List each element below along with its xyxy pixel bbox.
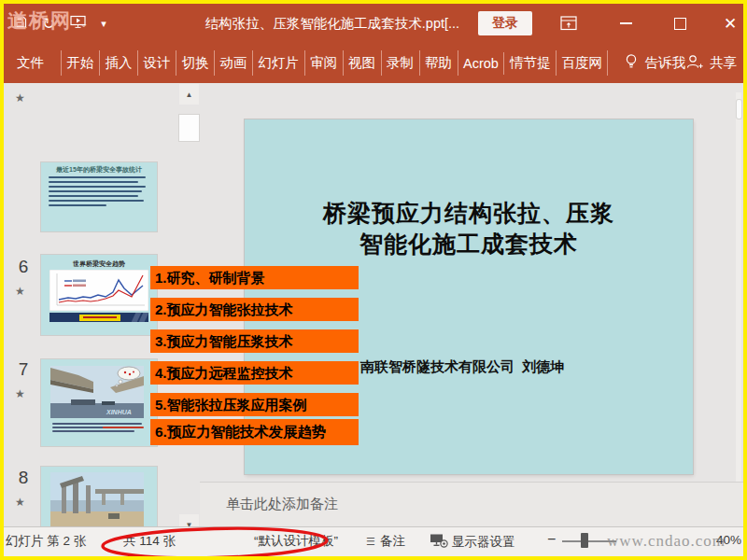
main-scrollbar[interactable] (736, 92, 741, 484)
bridge-construction-photo (50, 472, 144, 526)
title-bar: ↻ ▾ 结构张拉、压浆智能化施工成套技术.ppt[... 登录 ✕ (4, 4, 743, 43)
thumbnail-slide-8[interactable] (41, 467, 157, 526)
close-button[interactable]: ✕ (715, 4, 743, 43)
animation-star-icon: ★ (15, 387, 25, 400)
thumbnail-line-chart (49, 270, 148, 311)
display-settings-button[interactable]: 显示器设置 (430, 533, 515, 551)
slideshow-icon[interactable] (70, 15, 86, 33)
thumb5-title: 最近15年的桥梁安全事故统计 (41, 165, 157, 174)
animation-star-icon: ★ (15, 285, 25, 298)
powerpoint-window: ↻ ▾ 结构张拉、压浆智能化施工成套技术.ppt[... 登录 ✕ 文件 开始 … (4, 4, 743, 556)
toc-item-5[interactable]: 5.智能张拉压浆应用案例 (150, 393, 359, 416)
share-button[interactable]: 共享 (685, 54, 737, 72)
company-author-text[interactable]: 南联智桥隧技术有限公司 刘德坤 (360, 358, 564, 376)
slide-6-number: 6 (13, 257, 34, 277)
save-icon[interactable] (13, 15, 27, 33)
login-button[interactable]: 登录 (478, 11, 532, 35)
zoom-slider-handle[interactable] (581, 533, 588, 548)
scroll-up-icon[interactable]: ▲ (179, 84, 199, 105)
minimize-button[interactable] (611, 4, 641, 43)
notes-pane[interactable]: 单击此处添加备注 (200, 482, 743, 527)
ribbon-tab-group: 开始 插入 设计 切换 动画 幻灯片 审阅 视图 录制 帮助 Acrob 情节提… (61, 51, 608, 76)
thumbnail-slide-7[interactable]: XINHUA (41, 359, 157, 446)
main-scrollbar-thumb[interactable] (737, 100, 741, 119)
share-label: 共享 (710, 54, 737, 72)
animation-star-icon: ★ (15, 496, 25, 509)
tab-view[interactable]: 视图 (344, 50, 382, 76)
tab-review[interactable]: 审阅 (305, 50, 344, 76)
person-plus-icon (685, 54, 704, 72)
tab-slideshow[interactable]: 幻灯片 (253, 50, 305, 76)
toc-item-6[interactable]: 6.预应力智能技术发展趋势 (150, 419, 359, 445)
toc-item-2[interactable]: 2.预应力智能张拉技术 (150, 298, 359, 321)
display-settings-icon (430, 533, 448, 551)
tab-design[interactable]: 设计 (138, 50, 176, 76)
animation-star-icon: ★ (15, 91, 25, 105)
svg-text:XINHUA: XINHUA (106, 409, 132, 415)
maximize-button[interactable] (665, 4, 695, 43)
thumbnail-slide-5[interactable]: 最近15年的桥梁安全事故统计 (41, 162, 157, 231)
thumb6-title: 世界桥梁安全趋势 (41, 259, 157, 268)
ribbon-display-options-icon[interactable] (555, 4, 583, 43)
thumbnail-slide-6[interactable]: 世界桥梁安全趋势 (41, 255, 157, 335)
thumbnail-scrollbar-thumb[interactable] (179, 115, 199, 141)
bridge-collapse-photo: XINHUA (50, 366, 144, 418)
slide-title[interactable]: 桥梁预应力结构张拉、压浆 智能化施工成套技术 (245, 198, 693, 259)
slide-position-label: 幻灯片 第 2 张 (6, 533, 86, 550)
zoom-level-label: 40% (710, 533, 741, 547)
tab-animations[interactable]: 动画 (215, 50, 253, 76)
ribbon-tab-bar: 文件 开始 插入 设计 切换 动画 幻灯片 审阅 视图 录制 帮助 Acrob … (4, 43, 743, 83)
zoom-out-icon[interactable]: − (547, 531, 556, 548)
scroll-down-icon[interactable]: ▼ (179, 514, 199, 526)
tab-help[interactable]: 帮助 (420, 50, 458, 76)
thumbnail-banner (49, 313, 148, 322)
notes-icon: ☰ (366, 536, 375, 548)
notes-placeholder: 单击此处添加备注 (226, 496, 338, 513)
slide-7-number: 7 (13, 359, 34, 380)
tab-record[interactable]: 录制 (382, 50, 420, 76)
toc-item-1[interactable]: 1.研究、研制背景 (150, 266, 359, 289)
tab-storyboarding[interactable]: 情节提 (504, 50, 557, 76)
tab-home[interactable]: 开始 (61, 50, 100, 76)
toc-item-4[interactable]: 4.预应力远程监控技术 (150, 361, 359, 385)
toc-shape-group: 1.研究、研制背景 2.预应力智能张拉技术 3.预应力智能压浆技术 4.预应力远… (150, 266, 359, 453)
tab-file[interactable]: 文件 (11, 45, 49, 81)
status-bar: 幻灯片 第 2 张 共 114 张 “默认设计模板” ☰ 备注 显示器设置 − … (4, 526, 743, 556)
document-title: 结构张拉、压浆智能化施工成套技术.ppt[... (196, 4, 469, 43)
tell-me-label: 告诉我 (644, 54, 685, 72)
zoom-slider-track[interactable] (562, 540, 616, 542)
undo-icon[interactable]: ↻ (42, 16, 55, 32)
tab-acrobat[interactable]: Acrob (458, 52, 505, 75)
template-name-label: “默认设计模板” (254, 533, 338, 550)
tab-baidu-netdisk[interactable]: 百度网 (557, 50, 609, 76)
tell-me-button[interactable]: 告诉我 (625, 53, 685, 73)
notes-toggle-button[interactable]: ☰ 备注 (366, 533, 405, 550)
tab-transitions[interactable]: 切换 (176, 50, 215, 76)
lightbulb-icon (625, 53, 638, 73)
screenshot-frame: ↻ ▾ 结构张拉、压浆智能化施工成套技术.ppt[... 登录 ✕ 文件 开始 … (0, 0, 747, 560)
toc-item-3[interactable]: 3.预应力智能压浆技术 (150, 329, 359, 353)
quick-access-toolbar: ↻ ▾ (13, 4, 106, 43)
tab-insert[interactable]: 插入 (100, 50, 138, 76)
qat-dropdown-icon[interactable]: ▾ (101, 19, 106, 29)
slide-total-label: 共 114 张 (123, 533, 176, 550)
slide-8-number: 8 (13, 468, 34, 488)
